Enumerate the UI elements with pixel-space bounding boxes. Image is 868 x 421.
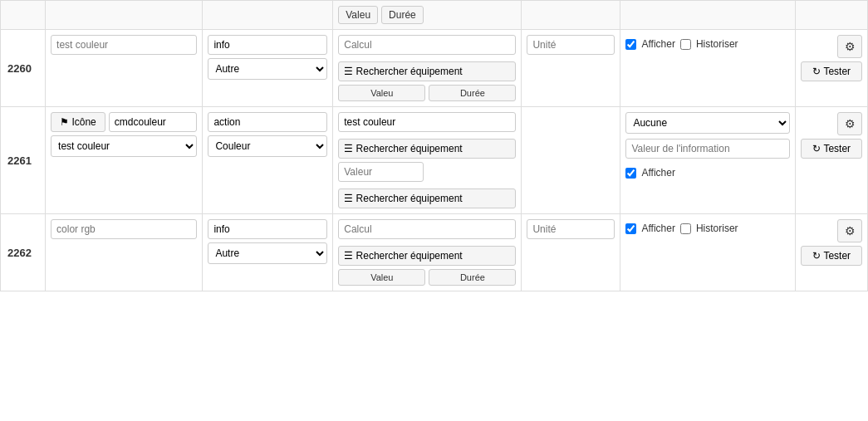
empty-unite <box>522 1 620 30</box>
empty-action <box>796 1 868 30</box>
row-2261-couleur-select[interactable]: Couleur <box>208 135 327 157</box>
row-2262-info-cell: Autre <box>203 214 333 291</box>
refresh-icon-2260: ↻ <box>812 66 821 77</box>
list-icon-2262: ☰ <box>344 250 353 262</box>
row-2261-name-dropdown[interactable]: test couleur <box>51 135 197 157</box>
row-2261-action-cell: ⚙ ↻ Tester <box>796 107 868 214</box>
row-2260-unite-input[interactable] <box>527 35 615 55</box>
row-2262-info-input[interactable] <box>208 219 327 239</box>
row-2260-rechercher-btn[interactable]: ☰ Rechercher équipement <box>338 61 516 81</box>
row-2260-autre-select[interactable]: Autre <box>208 58 327 80</box>
row-2260-historiser-label: Historiser <box>696 38 738 50</box>
row-2262-rechercher-btn[interactable]: ☰ Rechercher équipement <box>338 246 516 266</box>
row-2261-rechercher2-btn[interactable]: ☰ Rechercher équipement <box>338 188 516 208</box>
flag-icon: ⚑ <box>60 116 69 128</box>
row-2260-id: 2260 <box>1 30 46 107</box>
empty-name <box>46 1 203 30</box>
row-2261-afficher-checkbox[interactable] <box>625 168 636 179</box>
row-2260-duree-btn[interactable]: Durée <box>429 85 516 101</box>
row-2260-name-cell <box>46 30 203 107</box>
row-2261-cmdcouleur-input[interactable] <box>109 112 198 132</box>
row-2261-test-couleur-input[interactable] <box>338 112 516 132</box>
row-2260-calcul-input[interactable] <box>338 35 516 55</box>
row-2262-unite-input[interactable] <box>527 219 615 239</box>
row-2261-unite-cell <box>522 107 620 214</box>
list-icon: ☰ <box>344 66 353 77</box>
row-2260-calc-cell: ☰ Rechercher équipement Valeu Durée <box>333 30 522 107</box>
row-2262-name-input[interactable] <box>51 219 197 239</box>
row-2262-duree-btn[interactable]: Durée <box>429 269 516 286</box>
row-2261-name-cell: ⚑ Icône test couleur <box>46 107 203 214</box>
refresh-icon-2262: ↻ <box>812 250 821 262</box>
row-2261-valeur-input[interactable] <box>338 162 424 182</box>
row-2260-unite-cell <box>522 30 620 107</box>
empty-info <box>203 1 333 30</box>
row-2260-gear-btn[interactable]: ⚙ <box>837 35 862 58</box>
row-2260-afficher-label: Afficher <box>641 38 674 50</box>
row-2260-name-input[interactable] <box>51 35 197 55</box>
row-2260-info-input[interactable] <box>208 35 327 55</box>
duree-button-header[interactable]: Durée <box>381 6 424 24</box>
row-2260-afficher-cell: Afficher Historiser <box>620 30 796 107</box>
row-2262-afficher-label: Afficher <box>641 223 674 234</box>
list-icon-2261b: ☰ <box>344 193 353 204</box>
row-2261-aucune-select[interactable]: Aucune <box>625 112 790 134</box>
empty-id <box>1 1 46 30</box>
row-2261-info-cell: Couleur <box>203 107 333 214</box>
empty-afficher <box>620 1 796 30</box>
row-2262-unite-cell <box>522 214 620 291</box>
row-2262-tester-btn[interactable]: ↻ Tester <box>801 246 862 266</box>
row-2261-afficher-cell: Aucune Afficher <box>620 107 796 214</box>
row-2262-afficher-cell: Afficher Historiser <box>620 214 796 291</box>
list-icon-2261a: ☰ <box>344 143 353 154</box>
valeu-button-header[interactable]: Valeu <box>338 6 378 24</box>
row-2261-val-info-input[interactable] <box>625 139 790 159</box>
row-2262-gear-btn[interactable]: ⚙ <box>837 219 862 242</box>
row-2262-afficher-checkbox[interactable] <box>625 223 636 234</box>
row-2260-action-cell: ⚙ ↻ Tester <box>796 30 868 107</box>
row-2260-afficher-checkbox[interactable] <box>625 39 636 50</box>
row-2261-rechercher1-btn[interactable]: ☰ Rechercher équipement <box>338 139 516 159</box>
row-2261-icone-btn[interactable]: ⚑ Icône <box>51 112 105 132</box>
refresh-icon-2261: ↻ <box>812 143 821 154</box>
row-2261-calc-cell: ☰ Rechercher équipement ☰ Rechercher équ… <box>333 107 522 214</box>
row-2261-afficher-label: Afficher <box>641 167 674 179</box>
header-valeu-duree: Valeu Durée <box>333 1 522 30</box>
row-2262-historiser-label: Historiser <box>696 223 738 234</box>
row-2260-historiser-checkbox[interactable] <box>680 39 691 50</box>
row-2261-gear-btn[interactable]: ⚙ <box>837 112 862 135</box>
row-2260-tester-btn[interactable]: ↻ Tester <box>801 61 862 81</box>
row-2261-action-input[interactable] <box>208 112 327 132</box>
row-2261-tester-btn[interactable]: ↻ Tester <box>801 139 862 159</box>
row-2260-info-cell: Autre <box>203 30 333 107</box>
row-2262-calc-cell: ☰ Rechercher équipement Valeu Durée <box>333 214 522 291</box>
row-2262-calcul-input[interactable] <box>338 219 516 239</box>
row-2262-id: 2262 <box>1 214 46 291</box>
row-2262-autre-select[interactable]: Autre <box>208 242 327 264</box>
row-2260-valeu-btn[interactable]: Valeu <box>338 85 425 101</box>
row-2262-valeu-btn[interactable]: Valeu <box>338 269 425 286</box>
row-2262-action-cell: ⚙ ↻ Tester <box>796 214 868 291</box>
row-2262-name-cell <box>46 214 203 291</box>
row-2261-id: 2261 <box>1 107 46 214</box>
row-2262-historiser-checkbox[interactable] <box>680 223 691 234</box>
